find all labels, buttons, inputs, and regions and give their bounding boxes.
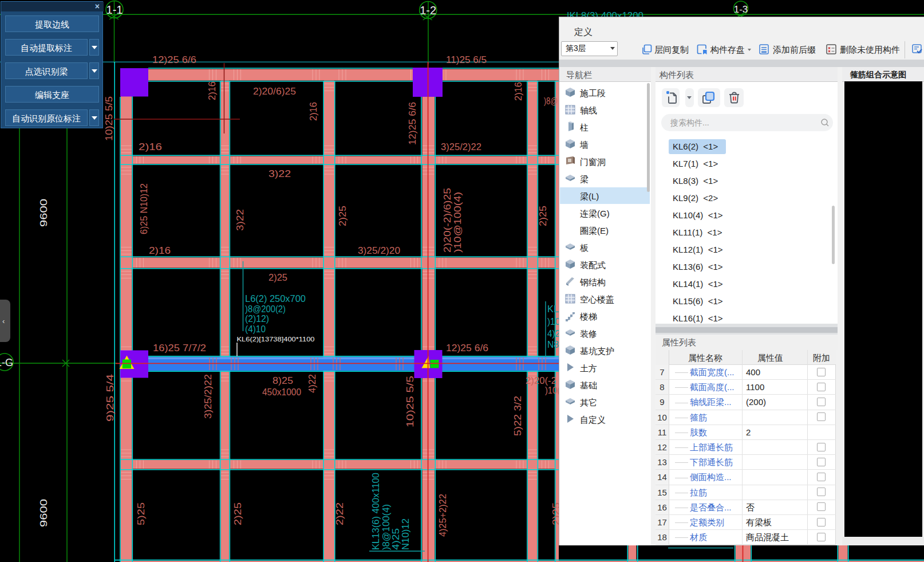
svg-text:11)25 6/5: 11)25 6/5 xyxy=(446,55,487,65)
svg-text:2)16: 2)16 xyxy=(207,81,217,100)
svg-text:4)2: 4)2 xyxy=(547,328,560,339)
svg-text:2)16: 2)16 xyxy=(309,102,318,121)
svg-text:12)25 6/6: 12)25 6/6 xyxy=(152,54,196,65)
svg-text:6)25 N10)12: 6)25 N10)12 xyxy=(139,183,149,234)
svg-text:9600: 9600 xyxy=(38,199,49,227)
svg-text:N8: N8 xyxy=(547,339,559,350)
svg-text:2)16: 2)16 xyxy=(149,246,171,256)
svg-text:8)25: 8)25 xyxy=(273,376,293,386)
svg-text:(4)10: (4)10 xyxy=(245,324,266,334)
svg-text:2)20(-2: 2)20(-2 xyxy=(526,376,556,386)
svg-text:4)22: 4)22 xyxy=(307,374,317,393)
svg-text:2)16: 2)16 xyxy=(139,142,162,152)
svg-text:3)22: 3)22 xyxy=(235,209,245,231)
svg-text:4)25: 4)25 xyxy=(391,528,401,550)
svg-text:KL13(6) 400x1100: KL13(6) 400x1100 xyxy=(371,473,381,550)
svg-text:)8@: )8@ xyxy=(544,96,558,106)
svg-text:1-1: 1-1 xyxy=(106,3,123,16)
svg-text:)10(: )10( xyxy=(545,386,560,395)
svg-text:2)20(-2)/6)25: 2)20(-2)/6)25 xyxy=(443,188,452,253)
svg-text:3)25/2)22: 3)25/2)22 xyxy=(441,142,481,152)
svg-text:10)25 5/5: 10)25 5/5 xyxy=(405,376,415,427)
svg-text:1-3: 1-3 xyxy=(734,4,748,15)
svg-text:3)25/2)20: 3)25/2)20 xyxy=(358,246,400,256)
svg-text:10)25 5/5: 10)25 5/5 xyxy=(104,96,114,141)
svg-text:5)25: 5)25 xyxy=(136,502,146,525)
svg-text:2)25: 2)25 xyxy=(338,206,348,226)
svg-text:12)25 6/6: 12)25 6/6 xyxy=(408,102,417,145)
svg-text:L6(2) 250x700: L6(2) 250x700 xyxy=(245,294,306,304)
svg-text:(2)12): (2)12) xyxy=(245,314,269,324)
svg-text:)8@200(2): )8@200(2) xyxy=(245,304,286,314)
svg-text:3)22: 3)22 xyxy=(268,169,291,179)
svg-text:KL: KL xyxy=(547,304,559,315)
svg-text:1-2: 1-2 xyxy=(420,4,436,17)
svg-text:)8@100(4): )8@100(4) xyxy=(381,504,391,550)
svg-text:‹: ‹ xyxy=(2,317,5,325)
svg-text:450x1000: 450x1000 xyxy=(262,387,301,397)
svg-text:2)25: 2)25 xyxy=(538,206,548,226)
svg-text:9)25 5/4: 9)25 5/4 xyxy=(105,374,115,422)
svg-text:16)25 7/7/2: 16)25 7/7/2 xyxy=(153,343,206,353)
svg-text:4)25+2)22: 4)25+2)22 xyxy=(438,494,448,537)
svg-text:)10: )10 xyxy=(547,316,560,327)
svg-text:N10)12: N10)12 xyxy=(401,518,410,550)
svg-text:12)25 6/6: 12)25 6/6 xyxy=(446,343,488,353)
svg-text:3)25/2)22: 3)25/2)22 xyxy=(203,374,213,419)
svg-text:2)25: 2)25 xyxy=(268,273,287,282)
svg-text:2)25: 2)25 xyxy=(233,502,243,525)
svg-text:2)22: 2)22 xyxy=(335,502,345,525)
svg-text:2)16: 2)16 xyxy=(514,82,523,101)
svg-text:5)22 3/2: 5)22 3/2 xyxy=(513,396,523,436)
svg-text:KL6(2)[13738]400*1100: KL6(2)[13738]400*1100 xyxy=(237,336,315,343)
svg-text:1-G: 1-G xyxy=(0,357,13,368)
svg-text:)10@100(4): )10@100(4) xyxy=(453,192,463,253)
svg-text:2)20/6)25: 2)20/6)25 xyxy=(253,87,296,96)
svg-text:9600: 9600 xyxy=(38,499,49,527)
